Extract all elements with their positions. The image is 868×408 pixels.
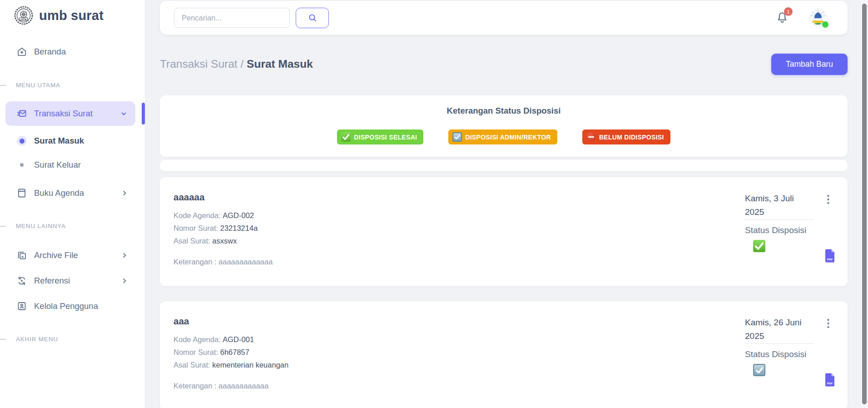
pdf-attachment-icon[interactable]: PDF: [824, 249, 836, 263]
book-icon: [16, 188, 27, 199]
check-blue-icon: [753, 364, 765, 376]
nomor-surat-value: 6h67857: [220, 348, 249, 356]
letter-date: Kamis, 26 Juni 2025: [745, 316, 815, 343]
sidebar-item-label: Beranda: [34, 47, 66, 57]
sidebar-item-beranda[interactable]: Beranda: [0, 44, 145, 60]
keterangan-value: aaaaaaaaaaaaa: [218, 258, 273, 266]
badge-disposisi-admin-rektor: DISPOSISI ADMIN/REKTOR: [448, 129, 557, 144]
online-status-dot: [822, 21, 828, 28]
letter-date: Kamis, 3 Juli 2025: [745, 192, 815, 219]
letter-card: aaaaaa Kode Agenda: AGD-002 Nomor Surat:…: [160, 177, 848, 286]
photo-stack-icon: [16, 250, 27, 261]
sidebar-item-buku-agenda[interactable]: Buku Agenda: [0, 185, 145, 201]
field-label: Nomor Surat:: [174, 348, 218, 356]
active-bullet-icon: [16, 135, 27, 146]
home-icon: [16, 46, 27, 57]
card-menu-button[interactable]: [824, 194, 832, 205]
field-label: Keterangan :: [174, 382, 217, 390]
kode-agenda-value: AGD-002: [223, 211, 254, 219]
bullet-icon: [16, 159, 27, 170]
sync-icon: [16, 275, 27, 286]
kebab-icon: [827, 194, 829, 204]
section-label: MENU LAINNYA: [16, 223, 66, 229]
legend-title: Keterangan Status Disposisi: [160, 106, 848, 116]
field-label: Nomor Surat:: [174, 224, 218, 232]
field-label: Kode Agenda:: [174, 211, 221, 219]
divider: [745, 219, 814, 220]
letter-title: aaaaaa: [174, 192, 745, 203]
chevron-down-icon: [120, 110, 127, 117]
letter-card-main: aaa Kode Agenda: AGD-001 Nomor Surat: 6h…: [174, 316, 745, 399]
section-label: AKHIR MENU: [16, 336, 58, 343]
sidebar-item-label: Surat Masuk: [34, 136, 84, 146]
brand[interactable]: LPPSI umb surat: [0, 5, 145, 26]
status-label: Status Disposisi: [745, 224, 834, 237]
sidebar-item-referensi[interactable]: Referensi: [0, 273, 145, 289]
active-indicator-bar: [142, 103, 145, 124]
notifications-button[interactable]: 1: [775, 11, 789, 25]
status-label: Status Disposisi: [745, 348, 834, 361]
notification-count-badge: 1: [784, 7, 793, 16]
kebab-icon: [827, 318, 829, 328]
sidebar-section-end: AKHIR MENU: [0, 333, 145, 345]
badge-belum-didisposisi: BELUM DIDISPOSISI: [582, 129, 670, 144]
sidebar: LPPSI umb surat Beranda MENU UTAMA Trans…: [0, 0, 145, 408]
check-blue-icon: [452, 132, 462, 142]
university-seal-icon: LPPSI: [14, 5, 34, 25]
card-menu-button[interactable]: [824, 318, 832, 329]
badge-disposisi-selesai: DISPOSISI SELESAI: [337, 129, 423, 144]
field-label: Kode Agenda:: [174, 335, 221, 343]
send-mail-icon: [16, 108, 27, 119]
pdf-label: PDF: [827, 382, 833, 385]
sidebar-item-label: Transaksi Surat: [34, 109, 93, 119]
letter-card-side: Kamis, 3 Juli 2025 Status Disposisi PDF: [745, 192, 834, 275]
section-dash: [0, 226, 6, 227]
sidebar-item-kelola-pengguna[interactable]: Kelola Pengguna: [0, 298, 145, 314]
search-icon: [307, 12, 318, 23]
list-toolbar-strip: [160, 160, 848, 171]
seal-text: LPPSI: [21, 18, 27, 20]
badge-label: DISPOSISI SELESAI: [354, 134, 417, 141]
sidebar-item-label: Archive File: [34, 250, 78, 260]
add-new-button[interactable]: Tambah Baru: [771, 54, 848, 75]
chevron-right-icon: [121, 252, 128, 259]
sidebar-item-label: Buku Agenda: [34, 188, 84, 198]
check-green-icon: [341, 132, 351, 142]
scrollbar-track: [861, 0, 868, 408]
section-dash: [0, 85, 6, 86]
pdf-attachment-icon[interactable]: PDF: [824, 373, 836, 387]
check-green-icon: [753, 240, 765, 252]
no-entry-icon: [586, 132, 596, 142]
sidebar-item-surat-masuk[interactable]: Surat Masuk: [0, 133, 145, 149]
sidebar-item-label: Kelola Pengguna: [34, 301, 98, 311]
legend-badge-row: DISPOSISI SELESAI DISPOSISI ADMIN/REKTOR…: [160, 129, 848, 144]
sidebar-item-archive-file[interactable]: Archive File: [0, 247, 145, 264]
search-button[interactable]: [296, 8, 329, 28]
breadcrumb: Transaksi Surat / Surat Masuk: [160, 58, 313, 70]
nomor-surat-value: 23213214a: [220, 224, 258, 232]
breadcrumb-parent[interactable]: Transaksi Surat: [160, 58, 238, 70]
sidebar-item-label: Referensi: [34, 276, 70, 286]
badge-label: BELUM DIDISPOSISI: [599, 134, 664, 141]
letter-card: aaa Kode Agenda: AGD-001 Nomor Surat: 6h…: [160, 301, 848, 408]
status-legend-card: Keterangan Status Disposisi DISPOSISI SE…: [160, 95, 848, 157]
search-input[interactable]: [174, 8, 290, 28]
field-label: Keterangan :: [174, 258, 217, 266]
sidebar-section-main: MENU UTAMA: [0, 79, 145, 91]
keterangan-value: aaaaaaaaaaaa: [218, 382, 268, 390]
user-avatar[interactable]: [808, 8, 828, 27]
field-label: Asal Surat:: [174, 361, 210, 369]
breadcrumb-separator: /: [240, 58, 243, 70]
user-card-icon: [16, 301, 27, 312]
sidebar-item-transaksi-surat[interactable]: Transaksi Surat: [5, 101, 135, 126]
scrollbar-thumb[interactable]: [862, 4, 867, 404]
sidebar-item-surat-keluar[interactable]: Surat Keluar: [0, 157, 145, 173]
section-label: MENU UTAMA: [16, 82, 60, 89]
section-dash: [0, 339, 6, 340]
chevron-right-icon: [121, 278, 128, 284]
pdf-label: PDF: [827, 258, 833, 261]
asal-surat-value: kementerian keuangan: [212, 361, 288, 369]
kode-agenda-value: AGD-001: [223, 335, 254, 343]
letter-card-side: Kamis, 26 Juni 2025 Status Disposisi PDF: [745, 316, 834, 399]
brand-name: umb surat: [39, 8, 104, 23]
